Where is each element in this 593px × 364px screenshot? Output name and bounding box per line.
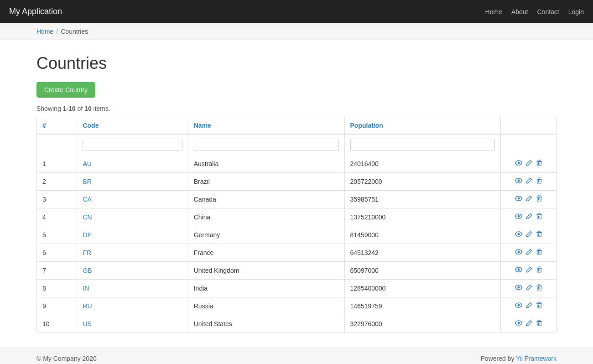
code-link[interactable]: BR — [83, 178, 91, 185]
filter-name-input[interactable] — [194, 139, 339, 151]
action-icons — [506, 230, 551, 239]
col-header-num[interactable]: # — [37, 117, 77, 135]
cell-num: 5 — [37, 226, 77, 244]
nav-contact[interactable]: Contact — [537, 8, 559, 16]
cell-code: RU — [77, 297, 188, 315]
code-link[interactable]: GB — [83, 267, 92, 274]
cell-name: United States — [188, 315, 344, 333]
svg-rect-21 — [537, 213, 541, 214]
cell-name: Brazil — [188, 173, 344, 191]
cell-population: 1375210000 — [344, 208, 501, 226]
edit-icon[interactable] — [526, 213, 532, 221]
cell-name: United Kingdom — [188, 262, 344, 280]
delete-icon[interactable] — [536, 195, 542, 203]
edit-icon[interactable] — [526, 249, 532, 257]
delete-icon[interactable] — [536, 320, 542, 328]
view-icon[interactable] — [515, 266, 522, 275]
cell-population: 205722000 — [344, 173, 501, 191]
delete-icon[interactable] — [536, 231, 542, 239]
main-content: Countries Create Country Showing 1-10 of… — [0, 40, 593, 347]
delete-icon[interactable] — [536, 213, 542, 221]
edit-icon[interactable] — [526, 177, 532, 186]
breadcrumb-current: Countries — [61, 28, 88, 35]
cell-actions — [501, 297, 557, 315]
col-header-population[interactable]: Population — [344, 117, 501, 135]
edit-icon[interactable] — [526, 302, 532, 310]
footer-powered: Powered by Yii Framework — [480, 355, 557, 362]
table-row: 3CACanada35985751 — [37, 191, 557, 208]
delete-icon[interactable] — [536, 249, 542, 257]
action-icons — [506, 248, 551, 257]
nav-login[interactable]: Login — [568, 8, 584, 16]
filter-num-cell — [37, 134, 77, 155]
delete-icon[interactable] — [536, 266, 542, 275]
delete-icon[interactable] — [536, 177, 542, 186]
view-icon[interactable] — [515, 213, 522, 222]
navbar-brand[interactable]: My Application — [9, 7, 62, 16]
filter-population-input[interactable] — [350, 139, 495, 151]
svg-point-1 — [517, 162, 520, 164]
delete-icon[interactable] — [536, 160, 542, 168]
edit-icon[interactable] — [526, 160, 532, 168]
breadcrumb-home[interactable]: Home — [36, 28, 53, 35]
nav-home[interactable]: Home — [485, 8, 502, 16]
view-icon[interactable] — [515, 230, 522, 239]
edit-icon[interactable] — [526, 195, 532, 203]
cell-num: 2 — [37, 173, 77, 191]
filter-actions-cell — [501, 134, 557, 155]
table-header-row: # Code Name Population — [37, 117, 557, 135]
action-icons — [506, 284, 551, 293]
code-link[interactable]: CA — [83, 196, 91, 203]
delete-icon[interactable] — [536, 302, 542, 310]
cell-actions — [501, 262, 557, 280]
page-title: Countries — [36, 54, 557, 73]
cell-num: 7 — [37, 262, 77, 280]
code-link[interactable]: IN — [83, 285, 89, 292]
footer-framework-link[interactable]: Yii Framework — [516, 355, 557, 362]
showing-text: Showing 1-10 of 10 items. — [36, 105, 557, 112]
filter-code-input[interactable] — [83, 139, 182, 151]
code-link[interactable]: RU — [83, 302, 92, 310]
view-icon[interactable] — [515, 195, 522, 204]
create-country-button[interactable]: Create Country — [36, 82, 95, 98]
svg-point-7 — [517, 180, 520, 182]
edit-icon[interactable] — [526, 284, 532, 292]
nav-about[interactable]: About — [511, 8, 528, 16]
action-icons — [506, 213, 551, 222]
view-icon[interactable] — [515, 159, 522, 168]
view-icon[interactable] — [515, 177, 522, 186]
action-icons — [506, 159, 551, 168]
svg-rect-45 — [537, 285, 541, 285]
countries-table: # Code Name Population 1AUA — [36, 117, 557, 333]
filter-code-cell — [77, 134, 188, 155]
col-header-name[interactable]: Name — [188, 117, 344, 135]
edit-icon[interactable] — [526, 266, 532, 275]
table-row: 4CNChina1375210000 — [37, 208, 557, 226]
action-icons — [506, 266, 551, 275]
cell-num: 9 — [37, 297, 77, 315]
table-row: 1AUAustralia24016400 — [37, 155, 557, 173]
view-icon[interactable] — [515, 248, 522, 257]
code-link[interactable]: US — [83, 320, 91, 328]
code-link[interactable]: DE — [83, 231, 91, 239]
edit-icon[interactable] — [526, 320, 532, 328]
code-link[interactable]: CN — [83, 213, 92, 221]
cell-population: 64513242 — [344, 244, 501, 262]
table-row: 5DEGermany81459000 — [37, 226, 557, 244]
svg-point-43 — [517, 286, 520, 289]
delete-icon[interactable] — [536, 284, 542, 292]
code-link[interactable]: FR — [83, 249, 91, 256]
view-icon[interactable] — [515, 284, 522, 293]
code-link[interactable]: AU — [83, 160, 91, 167]
col-header-code[interactable]: Code — [77, 117, 188, 135]
action-icons — [506, 302, 551, 311]
view-icon[interactable] — [515, 302, 522, 311]
cell-population: 24016400 — [344, 155, 501, 173]
view-icon[interactable] — [515, 319, 522, 328]
cell-actions — [501, 208, 557, 226]
cell-actions — [501, 191, 557, 208]
cell-population: 146519759 — [344, 297, 501, 315]
table-row: 10USUnited States322976000 — [37, 315, 557, 333]
svg-rect-39 — [537, 267, 541, 267]
edit-icon[interactable] — [526, 231, 532, 239]
